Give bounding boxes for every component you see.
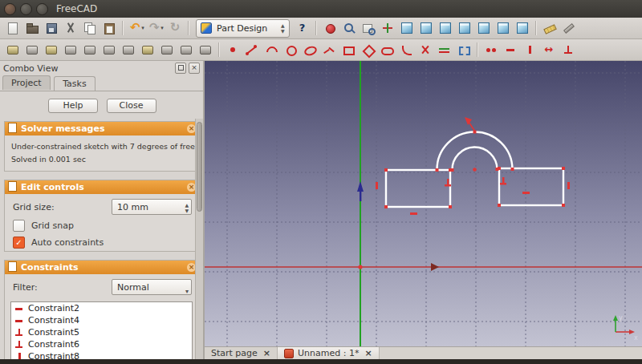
draft-button[interactable] [119,40,138,59]
cut-button[interactable] [61,18,80,38]
sketch-right-rectangle[interactable] [499,168,563,205]
constraint-perpendicular-button[interactable] [559,40,578,59]
spin-down-icon[interactable]: ▼ [185,208,189,213]
pocket-button[interactable] [22,40,42,59]
external-geometry-button[interactable] [435,40,454,59]
create-line-button[interactable] [242,40,262,59]
pad-button[interactable] [3,40,22,59]
constraint-list-item[interactable]: Constraint2 [11,302,192,314]
view-left-button[interactable] [513,18,532,38]
view-bottom-button[interactable] [494,18,513,38]
sketch-outer-arc[interactable] [437,131,512,170]
copy-button[interactable] [80,18,100,38]
sketch-left-rectangle[interactable] [386,170,450,207]
view-top-button[interactable] [436,18,455,38]
task-buttons: Help Close [48,99,203,113]
filter-combobox[interactable]: Normal ▾ [112,279,192,295]
edit-pencil-button[interactable] [559,18,579,38]
spin-up-icon[interactable]: ▲ [185,202,189,208]
view-right-button[interactable] [455,18,474,38]
auto-constraints-checkbox[interactable]: ✓ [13,237,25,249]
edit-controls-header[interactable]: Edit controls × [5,180,198,194]
mirrored-button[interactable] [138,40,157,59]
constraint-list-item[interactable]: Constraint8 [11,350,192,359]
window-close-button[interactable] [4,3,16,15]
sketch-inner-arc[interactable] [452,147,497,170]
constraint-horizontal-button[interactable] [501,40,520,59]
create-circle-button[interactable] [281,40,300,59]
close-button[interactable]: Close [107,99,156,113]
undo-button[interactable]: ↶▾ [127,18,146,38]
constraint-list-item[interactable]: Constraint5 [11,326,192,338]
create-point-button[interactable] [223,40,242,59]
tab-project[interactable]: Project [2,75,51,90]
grid-size-spinbox[interactable]: 10 mm ▲ ▼ [112,199,192,215]
fillet-feature-button[interactable] [80,40,100,59]
constraint-list-item[interactable]: Constraint4 [11,314,192,326]
combo-arrows-icon[interactable]: ▲ ▼ [281,22,285,34]
linear-pattern-button[interactable] [157,40,177,59]
create-polyline-button[interactable] [319,40,339,59]
axis-cross-button[interactable] [378,18,397,38]
construction-mode-button[interactable] [454,40,473,59]
tab-unnamed-document[interactable]: Unnamed : 1* × [278,347,380,359]
revolution-button[interactable] [42,40,61,59]
tab-tasks[interactable]: Tasks [54,76,95,91]
auto-constraints-row[interactable]: ✓ Auto constraints [5,234,198,251]
view-front-button[interactable] [416,18,436,38]
workbench-selector[interactable]: Part Design ▲ ▼ [196,19,290,38]
constraint-coincident-button[interactable] [482,40,501,59]
create-ellipse-button[interactable] [300,40,319,59]
sketch-viewport-canvas[interactable]: x y [205,61,642,346]
constraints-header[interactable]: Constraints × [5,261,198,274]
save-button[interactable] [42,18,61,38]
measure-distance-button[interactable] [540,18,559,38]
create-fillet-button[interactable] [396,40,416,59]
dropdown-caret-icon[interactable]: ▾ [160,25,164,31]
view-isometric-button[interactable] [397,18,416,38]
constraint-list-item[interactable]: Constraint6 [11,338,192,350]
radius-constraint-arrow[interactable] [465,117,475,131]
create-arc-button[interactable] [262,40,281,59]
multitransform-button[interactable] [196,40,215,59]
fit-all-button[interactable] [339,18,359,38]
trim-edge-button[interactable] [416,40,435,59]
window-minimize-button[interactable] [20,3,32,15]
spin-down-icon[interactable]: ▼ [281,28,285,34]
caret-down-icon[interactable]: ▾ [185,284,189,300]
create-rectangle-button[interactable] [339,40,358,59]
window-maximize-button[interactable] [36,3,48,15]
paste-button[interactable] [100,18,119,38]
dock-float-icon[interactable] [175,63,186,74]
grid-snap-checkbox[interactable] [13,220,25,232]
tasks-scrollbar[interactable] [195,119,203,359]
3d-viewport[interactable]: x y [205,61,642,346]
box-zoom-button[interactable] [359,18,378,38]
constraint-list[interactable]: Constraint2Constraint4Constraint5Constra… [10,301,193,359]
tab-start-page[interactable]: Start page × [205,347,278,359]
new-document-button[interactable] [3,18,22,38]
create-slot-button[interactable] [377,40,396,59]
refresh-button[interactable]: ↻ [165,18,185,38]
constraint-vertical-button[interactable] [520,40,539,59]
dropdown-caret-icon[interactable]: ▾ [141,25,144,31]
tab-close-icon[interactable]: × [364,348,372,358]
view-rear-button[interactable] [474,18,494,38]
polar-pattern-button[interactable] [177,40,196,59]
chamfer-button[interactable] [100,40,119,59]
create-polygon-button[interactable] [358,40,377,59]
macro-record-button[interactable] [320,18,339,38]
redo-button[interactable]: ↷▾ [146,18,165,38]
solver-messages-header[interactable]: Solver messages × [5,122,198,135]
tab-close-icon[interactable]: × [263,348,270,358]
spinbox-arrows-icon[interactable]: ▲ ▼ [185,202,189,213]
whats-this-button[interactable]: ? [293,18,312,38]
spin-up-icon[interactable]: ▲ [281,22,285,28]
scrollbar-thumb[interactable] [197,122,202,212]
help-button[interactable]: Help [48,99,98,113]
open-document-button[interactable] [22,18,42,38]
grid-snap-row[interactable]: Grid snap [5,217,198,234]
groove-button[interactable] [61,40,80,59]
dock-close-icon[interactable]: × [189,63,200,74]
constraint-distance-button[interactable]: ↔ [539,40,559,59]
